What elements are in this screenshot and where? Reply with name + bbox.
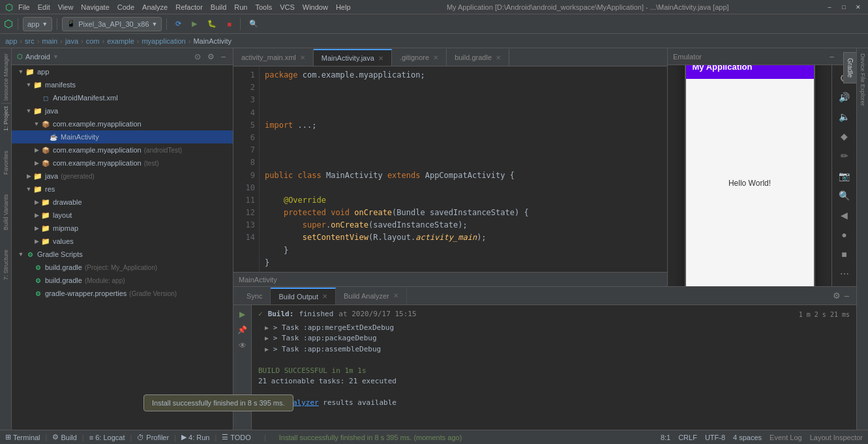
camera-button[interactable]: 📷: [835, 168, 854, 183]
menu-window[interactable]: Window: [303, 3, 328, 11]
tab-close-icon[interactable]: ✕: [378, 55, 383, 62]
back-button[interactable]: ◀: [835, 208, 854, 222]
tree-item-java-generated[interactable]: ▶ 📁 java (generated): [12, 170, 233, 183]
minimize-button[interactable]: –: [825, 3, 834, 12]
favorites-tab[interactable]: Favorites: [1, 148, 10, 177]
tree-item-drawable[interactable]: ▶ 📁 drawable: [12, 196, 233, 209]
device-file-explorer-tab[interactable]: Device File Explorer: [858, 51, 867, 109]
breadcrumb-myapplication[interactable]: myapplication: [142, 37, 185, 45]
settings-button[interactable]: ⚙: [205, 52, 217, 62]
sync-button[interactable]: ⟳: [172, 17, 185, 31]
bottom-settings-button[interactable]: ⚙: [831, 290, 843, 301]
device-dropdown[interactable]: 📱 Pixel_3a_API_30_x86 ▼: [62, 17, 162, 31]
collapse-button[interactable]: –: [219, 52, 228, 62]
build-run-button[interactable]: ▶: [236, 308, 249, 321]
breadcrumb-example[interactable]: example: [107, 37, 134, 45]
todo-tab[interactable]: ☰ TODO: [222, 433, 251, 441]
resource-manager-tab[interactable]: Resource Manager: [1, 51, 10, 106]
menu-analyze[interactable]: Analyze: [142, 3, 168, 11]
task-expand-icon[interactable]: ▶: [265, 346, 269, 353]
task-expand-icon[interactable]: ▶: [265, 324, 269, 331]
breadcrumb-app[interactable]: app: [5, 37, 17, 45]
breadcrumb-src[interactable]: src: [25, 37, 35, 45]
menu-edit[interactable]: Edit: [38, 3, 50, 11]
tab-mainactivity-java[interactable]: MainActivity.java ✕: [314, 49, 392, 66]
menu-help[interactable]: Help: [336, 3, 351, 11]
structure-tab[interactable]: 7: Structure: [1, 247, 10, 283]
tree-item-gradle-wrapper[interactable]: ⚙ gradle-wrapper.properties (Gradle Vers…: [12, 287, 233, 300]
emulator-minimize-button[interactable]: –: [827, 51, 837, 63]
breadcrumb-main[interactable]: main: [42, 37, 57, 45]
menu-build[interactable]: Build: [211, 3, 226, 11]
tab-sync[interactable]: Sync: [239, 288, 271, 304]
tree-item-app[interactable]: ▼ 📁 app: [12, 65, 233, 78]
tab-close-icon[interactable]: ✕: [433, 54, 438, 61]
tree-item-java[interactable]: ▼ 📁 java: [12, 104, 233, 117]
tree-item-mainactivity[interactable]: ☕ MainActivity: [12, 130, 233, 143]
run-tab[interactable]: ▶ 4: Run: [181, 433, 209, 441]
debug-button[interactable]: 🐛: [203, 17, 220, 31]
build-eye-button[interactable]: 👁: [236, 339, 249, 352]
tab-gitignore[interactable]: .gitignore ✕: [392, 49, 447, 66]
tree-item-androidmanifest[interactable]: ◻ AndroidManifest.xml: [12, 91, 233, 104]
edit-button[interactable]: ✏: [835, 149, 854, 163]
more-button[interactable]: ⋯: [835, 267, 854, 281]
event-log-button[interactable]: Event Log: [770, 434, 802, 441]
breadcrumb-com[interactable]: com: [86, 37, 100, 45]
breadcrumb-java[interactable]: java: [65, 37, 78, 45]
menu-view[interactable]: View: [58, 3, 74, 11]
build-variants-tab[interactable]: Build Variants: [1, 192, 10, 233]
tree-item-build-gradle-project[interactable]: ⚙ build.gradle (Project: My_Application): [12, 261, 233, 274]
zoom-button[interactable]: 🔍: [835, 188, 854, 203]
close-button[interactable]: ✕: [854, 3, 863, 12]
rotate-button[interactable]: ◆: [835, 129, 854, 143]
menu-code[interactable]: Code: [117, 3, 134, 11]
tree-item-build-gradle-app[interactable]: ⚙ build.gradle (Module: app): [12, 274, 233, 287]
volume-up-button[interactable]: 🔊: [835, 90, 854, 104]
run-button[interactable]: ▶: [188, 17, 201, 31]
build-tab[interactable]: ⚙ Build: [52, 433, 76, 441]
layout-inspector-button[interactable]: Layout Inspector: [810, 434, 863, 441]
bottom-close-button[interactable]: –: [843, 290, 851, 301]
app-dropdown[interactable]: app ▼: [23, 17, 52, 31]
menu-vcs[interactable]: VCS: [280, 3, 295, 11]
stop-button[interactable]: ■: [223, 17, 235, 31]
tree-item-layout[interactable]: ▶ 📁 layout: [12, 209, 233, 222]
gradle-tab[interactable]: Gradle: [843, 52, 856, 83]
tab-close-icon[interactable]: ✕: [496, 54, 501, 61]
tree-item-res[interactable]: ▼ 📁 res: [12, 183, 233, 196]
home-button[interactable]: ●: [835, 228, 854, 242]
build-analyzer-tab-close[interactable]: ✕: [393, 292, 398, 299]
tree-item-test[interactable]: ▶ 📦 com.example.myapplication (test): [12, 156, 233, 170]
tree-item-mipmap[interactable]: ▶ 📁 mipmap: [12, 222, 233, 235]
tab-activity-main-xml[interactable]: activity_main.xml ✕: [233, 49, 314, 66]
volume-down-button[interactable]: 🔈: [835, 110, 854, 124]
tree-item-package[interactable]: ▼ 📦 com.example.myapplication: [12, 117, 233, 130]
menu-file[interactable]: File: [18, 3, 30, 11]
menu-navigate[interactable]: Navigate: [81, 3, 109, 11]
terminal-tab[interactable]: ⊞ Terminal: [5, 433, 40, 441]
tab-build-analyzer[interactable]: Build Analyzer ✕: [336, 288, 407, 304]
breadcrumb-mainactivity[interactable]: MainActivity: [193, 37, 232, 45]
logcat-tab[interactable]: ≡ 6: Logcat: [89, 434, 125, 441]
maximize-button[interactable]: □: [839, 3, 848, 12]
tree-item-androidtest[interactable]: ▶ 📦 com.example.myapplication (androidTe…: [12, 143, 233, 156]
tree-item-values[interactable]: ▶ 📁 values: [12, 235, 233, 248]
profiler-tab[interactable]: ⏱ Profiler: [137, 434, 169, 441]
task-expand-icon[interactable]: ▶: [265, 334, 269, 342]
build-pin-button[interactable]: 📌: [236, 323, 249, 336]
tab-close-icon[interactable]: ✕: [300, 54, 305, 61]
tab-build-output[interactable]: Build Output ✕: [271, 288, 336, 304]
code-content[interactable]: package com.example.myapplication; impor…: [260, 67, 667, 272]
tab-build-gradle[interactable]: build.gradle ✕: [447, 49, 509, 66]
locate-button[interactable]: ⊙: [192, 52, 203, 62]
square-button[interactable]: ■: [835, 247, 854, 261]
search-everywhere-button[interactable]: 🔍: [245, 17, 262, 31]
menu-run[interactable]: Run: [234, 3, 247, 11]
tree-item-gradle-scripts[interactable]: ▼ ⚙ Gradle Scripts: [12, 248, 233, 261]
build-output-tab-close[interactable]: ✕: [322, 293, 327, 300]
menu-tools[interactable]: Tools: [255, 3, 272, 11]
project-tab[interactable]: 1: Project: [1, 103, 10, 134]
menu-refactor[interactable]: Refactor: [175, 3, 203, 11]
tree-item-manifests[interactable]: ▼ 📁 manifests: [12, 78, 233, 91]
